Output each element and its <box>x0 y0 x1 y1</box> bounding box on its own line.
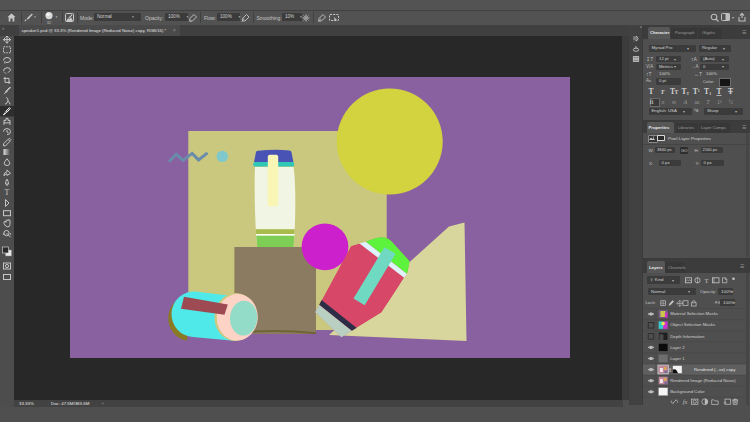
svg-text:σ: σ <box>661 99 665 105</box>
svg-text:1: 1 <box>709 91 711 96</box>
svg-text:fi: fi <box>650 99 654 105</box>
svg-text:T: T <box>648 87 653 96</box>
svg-text:T: T <box>675 89 679 95</box>
svg-text:T: T <box>686 91 689 96</box>
svg-text:½: ½ <box>729 99 734 105</box>
svg-text:aa: aa <box>694 99 700 105</box>
svg-text:st: st <box>672 99 676 105</box>
svg-text:A: A <box>683 99 688 105</box>
svg-text:T: T <box>5 188 10 197</box>
svg-text:T: T <box>728 87 733 96</box>
svg-text:1¹: 1¹ <box>717 99 722 105</box>
svg-text:8: 8 <box>669 368 672 373</box>
svg-text:T: T <box>706 99 710 105</box>
svg-text:T: T <box>660 88 665 95</box>
svg-text:32: 32 <box>47 20 52 24</box>
svg-text:T: T <box>705 277 709 284</box>
svg-text:T: T <box>716 87 721 96</box>
svg-text:1: 1 <box>698 88 700 93</box>
svg-text:fx: fx <box>683 398 688 405</box>
